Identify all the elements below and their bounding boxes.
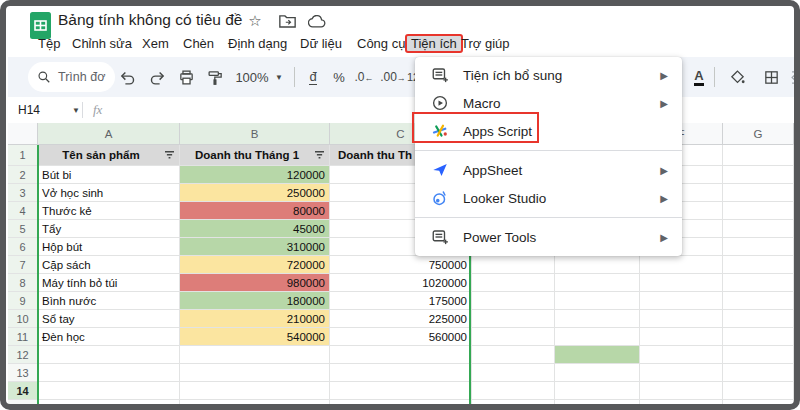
cell-D14[interactable] (472, 382, 555, 400)
format-percent-button[interactable]: % (326, 57, 352, 97)
cell-G3[interactable] (723, 184, 794, 202)
cell-A13[interactable] (38, 364, 180, 382)
cell-D7[interactable] (472, 256, 555, 274)
row-header-4[interactable]: 4 (8, 202, 38, 220)
undo-button[interactable] (112, 57, 142, 97)
cell-E9[interactable] (555, 292, 640, 310)
name-box-caret-icon[interactable]: ▼ (72, 106, 80, 115)
cell-E8[interactable] (555, 274, 640, 292)
column-header-G[interactable]: G (723, 123, 794, 145)
cell-C12[interactable] (330, 346, 472, 364)
cell-B9[interactable]: 180000 (180, 292, 330, 310)
menubar-item-trợ-giúp[interactable]: Trợ giúp (456, 34, 515, 53)
cell-B2[interactable]: 120000 (180, 166, 330, 184)
cell-E15[interactable] (555, 400, 640, 404)
header-cell-ten-san-pham[interactable]: Tên sản phẩm (38, 145, 180, 166)
cell-B4[interactable]: 80000 (180, 202, 330, 220)
cell-F14[interactable] (640, 382, 723, 400)
row-header-7[interactable]: 7 (8, 256, 38, 274)
row-header-10[interactable]: 10 (8, 310, 38, 328)
cell-F9[interactable] (640, 292, 723, 310)
cell-B12[interactable] (180, 346, 330, 364)
row-header-3[interactable]: 3 (8, 184, 38, 202)
cell-C10[interactable]: 225000 (330, 310, 472, 328)
cell-G10[interactable] (723, 310, 794, 328)
star-icon[interactable]: ☆ (246, 12, 264, 30)
cell-F13[interactable] (640, 364, 723, 382)
cell-C11[interactable]: 560000 (330, 328, 472, 346)
menubar-item-chèn[interactable]: Chèn (178, 34, 219, 53)
cell-B14[interactable] (180, 382, 330, 400)
cell-F15[interactable] (640, 400, 723, 404)
zoom-select[interactable]: 100% (230, 57, 274, 97)
menubar-item-tệp[interactable]: Tệp (33, 34, 65, 53)
zoom-caret-icon[interactable]: ▼ (272, 57, 286, 97)
decrease-decimal-button[interactable]: .0← (351, 57, 377, 97)
cell-B6[interactable]: 310000 (180, 238, 330, 256)
row-header-15[interactable]: 15 (8, 400, 38, 404)
menu-item-looker-studio[interactable]: Looker Studio▶ (415, 184, 682, 212)
cell-G11[interactable] (723, 328, 794, 346)
cell-B5[interactable]: 45000 (180, 220, 330, 238)
menubar-item-chỉnh-sửa[interactable]: Chỉnh sửa (67, 34, 137, 53)
cell-C7[interactable]: 750000 (330, 256, 472, 274)
cell-D15[interactable] (472, 400, 555, 404)
cell-A5[interactable]: Tẩy (38, 220, 180, 238)
cell-E7[interactable] (555, 256, 640, 274)
cell-A2[interactable]: Bút bi (38, 166, 180, 184)
menubar-item-xem[interactable]: Xem (137, 34, 174, 53)
cell-A7[interactable]: Cặp sách (38, 256, 180, 274)
header-cell-doanh-thu-thang-1[interactable]: Doanh thu Tháng 1 (180, 145, 330, 166)
cell-C13[interactable] (330, 364, 472, 382)
column-header-B[interactable]: B (180, 123, 330, 145)
cell-A3[interactable]: Vở học sinh (38, 184, 180, 202)
name-box[interactable]: H14 (18, 103, 70, 117)
menu-item-appsheet[interactable]: AppSheet▶ (415, 156, 682, 184)
cell-G14[interactable] (723, 382, 794, 400)
cell-E13[interactable] (555, 364, 640, 382)
row-header-13[interactable]: 13 (8, 364, 38, 382)
cell-G6[interactable] (723, 238, 794, 256)
cell-C8[interactable]: 1020000 (330, 274, 472, 292)
row-header-9[interactable]: 9 (8, 292, 38, 310)
cell-G9[interactable] (723, 292, 794, 310)
cell-D8[interactable] (472, 274, 555, 292)
column-header-A[interactable]: A (38, 123, 180, 145)
cell-B10[interactable]: 210000 (180, 310, 330, 328)
paint-format-button[interactable] (200, 57, 230, 97)
cell-G2[interactable] (723, 166, 794, 184)
cell-A10[interactable]: Sổ tay (38, 310, 180, 328)
text-color-button[interactable]: A (686, 57, 712, 97)
cell-D10[interactable] (472, 310, 555, 328)
document-title[interactable]: Bảng tính không có tiêu đề (58, 11, 242, 29)
menu-item-apps-script[interactable]: Apps Script (415, 117, 682, 145)
row-header-14[interactable]: 14 (8, 382, 38, 400)
cell-E10[interactable] (555, 310, 640, 328)
cell-A8[interactable]: Máy tính bỏ túi (38, 274, 180, 292)
cell-F7[interactable] (640, 256, 723, 274)
cell-G13[interactable] (723, 364, 794, 382)
move-folder-icon[interactable] (278, 12, 296, 30)
borders-button[interactable] (756, 57, 786, 97)
cell-C9[interactable]: 175000 (330, 292, 472, 310)
format-currency-button[interactable]: đ (300, 57, 326, 97)
redo-button[interactable] (142, 57, 172, 97)
menu-item-tiện-ích-bổ-sung[interactable]: Tiện ích bổ sung▶ (415, 61, 682, 89)
cell-G5[interactable] (723, 220, 794, 238)
menubar-item-định-dạng[interactable]: Định dạng (223, 34, 292, 53)
cell-F12[interactable] (640, 346, 723, 364)
cell-B3[interactable]: 250000 (180, 184, 330, 202)
cell-A12[interactable] (38, 346, 180, 364)
cell-B7[interactable]: 720000 (180, 256, 330, 274)
grid-corner-button[interactable] (8, 123, 38, 145)
cell-D11[interactable] (472, 328, 555, 346)
cell-A11[interactable]: Đèn học (38, 328, 180, 346)
cell-E12[interactable] (555, 346, 640, 364)
cell-E11[interactable] (555, 328, 640, 346)
row-header-6[interactable]: 6 (8, 238, 38, 256)
cell-A4[interactable]: Thước kẻ (38, 202, 180, 220)
cell-F11[interactable] (640, 328, 723, 346)
cell-D9[interactable] (472, 292, 555, 310)
cell-E14[interactable] (555, 382, 640, 400)
print-button[interactable] (171, 57, 201, 97)
